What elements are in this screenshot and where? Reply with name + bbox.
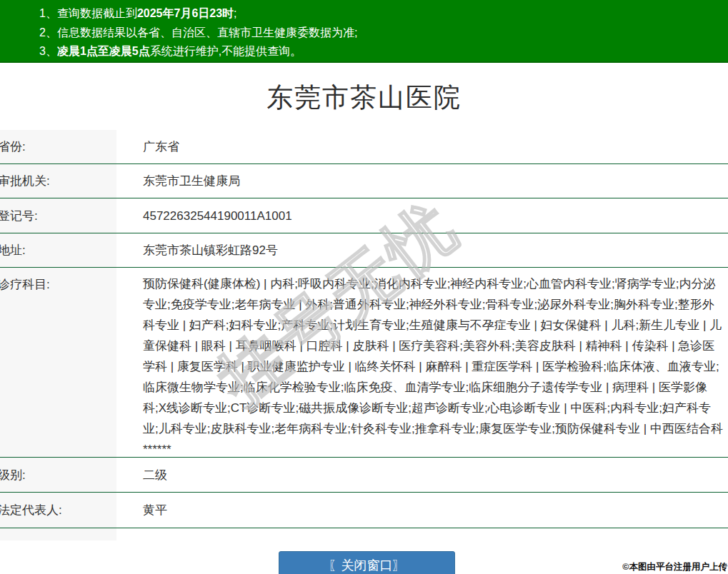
notice-1-text: 查询数据截止到 (57, 7, 137, 19)
table-row-province: 省份: 广东省 (0, 130, 728, 164)
table-row-approval-authority: 审批机关: 东莞市卫生健康局 (0, 164, 728, 198)
notice-2-text: 信息数据结果以各省、自治区、直辖市卫生健康委数据为准; (57, 26, 357, 39)
page-title: 东莞市茶山医院 (0, 80, 728, 116)
table-row-partial (0, 528, 728, 540)
notice-2-number: 2、 (39, 26, 57, 39)
row-value: 东莞市茶山镇彩虹路92号 (116, 233, 728, 267)
notice-3-bold: 凌晨1点至凌晨5点 (57, 45, 150, 57)
row-value (116, 528, 728, 540)
row-value: 广东省 (116, 130, 728, 163)
row-label: 诊疗科目: (0, 268, 116, 457)
row-value: 东莞市卫生健康局 (116, 164, 728, 198)
notice-3-tail: 系统进行维护,不能提供查询。 (150, 45, 301, 57)
row-label: 省份: (0, 130, 116, 163)
table-row-registration-number: 登记号: 45722632544190011A1001 (0, 198, 728, 233)
hospital-info-page: 1、查询数据截止到2025年7月6日23时; 2、信息数据结果以各省、自治区、直… (0, 0, 728, 574)
row-label: 审批机关: (0, 164, 116, 198)
close-window-button[interactable]: 〖关闭窗口〗 (279, 551, 455, 574)
notice-1-tail: ; (234, 7, 236, 19)
row-label (0, 528, 116, 540)
notice-3-number: 3、 (39, 45, 57, 57)
notice-1-bold: 2025年7月6日23时 (137, 7, 234, 19)
table-row-level: 级别: 二级 (0, 458, 728, 493)
notice-banner: 1、查询数据截止到2025年7月6日23时; 2、信息数据结果以各省、自治区、直… (0, 0, 728, 63)
row-value: 预防保健科(健康体检) | 内科;呼吸内科专业;消化内科专业;神经内科专业;心血… (116, 268, 728, 457)
table-row-medical-departments: 诊疗科目: 预防保健科(健康体检) | 内科;呼吸内科专业;消化内科专业;神经内… (0, 268, 728, 458)
table-row-address: 地址: 东莞市茶山镇彩虹路92号 (0, 233, 728, 268)
notice-line-3: 3、凌晨1点至凌晨5点系统进行维护,不能提供查询。 (39, 42, 728, 61)
row-value: 二级 (116, 458, 728, 492)
row-label: 登记号: (0, 198, 116, 233)
image-credit-text: ©本图由平台注册用户上传 (622, 561, 727, 573)
notice-line-1: 1、查询数据截止到2025年7月6日23时; (39, 4, 728, 24)
hospital-info-table: 省份: 广东省 审批机关: 东莞市卫生健康局 登记号: 457226325441… (0, 130, 728, 540)
notice-1-number: 1、 (39, 7, 57, 19)
row-label: 法定代表人: (0, 493, 116, 528)
row-value: 黄平 (116, 493, 728, 528)
table-row-legal-representative: 法定代表人: 黄平 (0, 493, 728, 528)
row-label: 地址: (0, 233, 116, 267)
row-value: 45722632544190011A1001 (116, 198, 728, 233)
row-label: 级别: (0, 458, 116, 492)
notice-line-2: 2、信息数据结果以各省、自治区、直辖市卫生健康委数据为准; (39, 24, 728, 43)
